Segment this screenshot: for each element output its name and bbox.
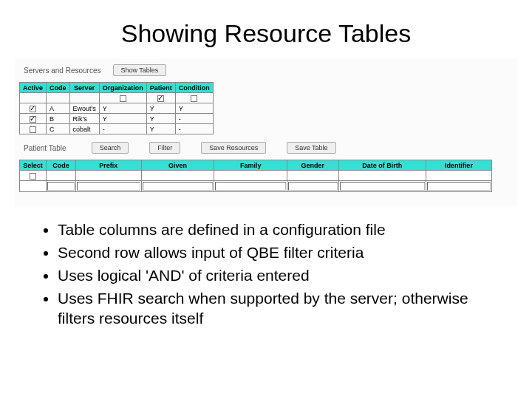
page-title: Showing Resource Tables <box>30 19 502 48</box>
active-checkbox[interactable] <box>30 106 36 112</box>
col-organization: Organization <box>99 83 146 93</box>
select-checkbox[interactable] <box>30 173 36 180</box>
col-prefix: Prefix <box>75 160 141 171</box>
filter-family-input[interactable] <box>215 182 286 191</box>
col-gender: Gender <box>287 160 338 171</box>
filter-prefix-input[interactable] <box>77 182 140 191</box>
filter-row <box>20 181 492 192</box>
patient-table: Select Code Prefix Given Family Gender D… <box>19 160 492 192</box>
list-item: Table columns are defined in a configura… <box>58 220 502 240</box>
col-code: Code <box>46 160 75 171</box>
table-row <box>20 171 492 181</box>
filter-dob-input[interactable] <box>340 182 425 191</box>
save-table-button[interactable]: Save Table <box>287 142 335 154</box>
list-item: Uses logical 'AND' of criteria entered <box>58 266 502 286</box>
table-row: C cobalt - Y - <box>20 124 214 134</box>
table-row: A Ewout's Y Y Y <box>20 103 214 114</box>
search-button[interactable]: Search <box>92 142 129 154</box>
list-item: Second row allows input of QBE filter cr… <box>58 243 502 263</box>
filter-button[interactable]: Filter <box>149 142 180 154</box>
col-select: Select <box>20 160 47 171</box>
col-server: Server <box>69 83 99 93</box>
filter-code-input[interactable] <box>47 182 75 191</box>
active-checkbox[interactable] <box>30 126 36 133</box>
col-given: Given <box>141 160 214 171</box>
col-patient: Patient <box>146 83 175 93</box>
screenshot-panel: Servers and Resources Show Tables Active… <box>15 58 517 207</box>
show-tables-button[interactable]: Show Tables <box>113 64 167 76</box>
save-resources-button[interactable]: Save Resources <box>201 142 266 154</box>
col-dob: Date of Birth <box>338 160 426 171</box>
patient-checkbox[interactable] <box>157 95 164 102</box>
table-row: B Rik's Y Y - <box>20 114 214 124</box>
resource-table: Active Code Server Organization Patient … <box>19 82 214 134</box>
col-active: Active <box>20 83 47 93</box>
filter-given-input[interactable] <box>143 182 214 191</box>
servers-resources-label: Servers and Resources <box>19 65 106 76</box>
filter-identifier-input[interactable] <box>427 182 491 191</box>
col-code: Code <box>47 83 70 93</box>
col-condition: Condition <box>175 83 213 93</box>
active-checkbox[interactable] <box>30 116 36 123</box>
filter-gender-input[interactable] <box>288 182 337 191</box>
condition-checkbox[interactable] <box>191 95 197 102</box>
list-item: Uses FHIR search when supported by the s… <box>58 289 502 329</box>
bullet-list: Table columns are defined in a configura… <box>37 220 502 328</box>
table-row <box>20 93 214 103</box>
col-identifier: Identifier <box>426 160 491 171</box>
patient-table-label: Patient Table <box>19 143 71 154</box>
col-family: Family <box>214 160 287 171</box>
org-checkbox[interactable] <box>120 95 126 102</box>
